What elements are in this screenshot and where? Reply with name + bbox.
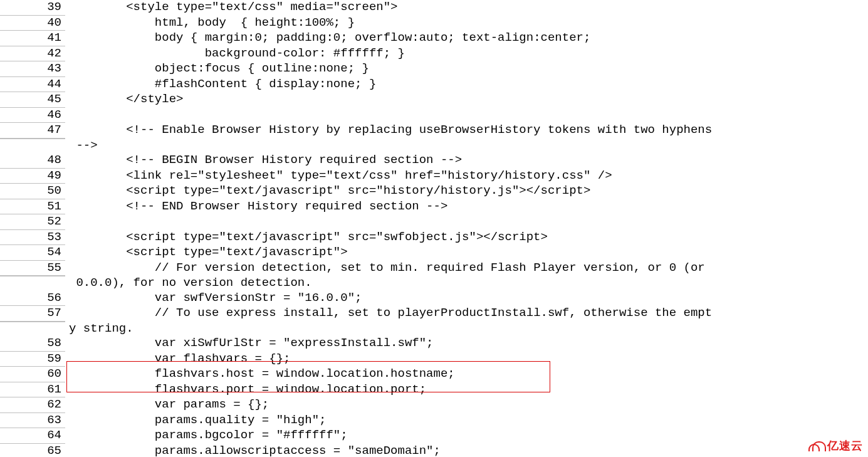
code-line[interactable]: 54 <script type="text/javascript"> xyxy=(0,245,868,261)
line-number: 39 xyxy=(0,0,65,16)
code-text[interactable]: params.bgcolor = "#ffffff"; xyxy=(65,428,868,443)
code-text[interactable]: params.quality = "high"; xyxy=(65,413,868,428)
code-line[interactable]: 63 params.quality = "high"; xyxy=(0,413,868,429)
code-editor[interactable]: 39 <style type="text/css" media="screen"… xyxy=(0,0,868,457)
code-line[interactable]: 62 var params = {}; xyxy=(0,397,868,413)
code-line[interactable]: 41 body { margin:0; padding:0; overflow:… xyxy=(0,31,868,46)
line-number-empty xyxy=(0,322,65,322)
line-number: 54 xyxy=(0,245,65,261)
cloud-icon xyxy=(808,440,825,451)
code-line[interactable]: 61 flashvars.port = window.location.port… xyxy=(0,382,868,398)
line-number: 62 xyxy=(0,397,65,413)
code-line[interactable]: 50 <script type="text/javascript" src="h… xyxy=(0,184,868,199)
code-line-wrap[interactable]: y string. xyxy=(0,322,868,337)
code-line-wrap[interactable]: 0.0.0), for no version detection. xyxy=(0,276,868,291)
line-number: 47 xyxy=(0,123,65,139)
code-line[interactable]: 51 <!-- END Browser History required sec… xyxy=(0,199,868,215)
code-text[interactable]: <!-- Enable Browser History by replacing… xyxy=(65,123,868,138)
line-number: 64 xyxy=(0,428,65,444)
line-number: 53 xyxy=(0,230,65,246)
line-number: 48 xyxy=(0,153,65,169)
line-number: 61 xyxy=(0,382,65,398)
line-number-empty xyxy=(0,276,65,276)
code-text[interactable]: var flashvars = {}; xyxy=(65,352,868,367)
code-text[interactable]: params.allowscriptaccess = "sameDomain"; xyxy=(65,444,868,458)
code-text[interactable]: object:focus { outline:none; } xyxy=(65,61,868,76)
code-text[interactable]: #flashContent { display:none; } xyxy=(65,77,868,92)
code-text-wrap[interactable]: y string. xyxy=(65,322,868,337)
line-number: 63 xyxy=(0,413,65,429)
code-line[interactable]: 57 // To use express install, set to pla… xyxy=(0,306,868,322)
code-text[interactable]: </style> xyxy=(65,92,868,107)
code-line[interactable]: 60 flashvars.host = window.location.host… xyxy=(0,367,868,382)
code-text-wrap[interactable]: 0.0.0), for no version detection. xyxy=(65,276,868,291)
code-line[interactable]: 59 var flashvars = {}; xyxy=(0,352,868,367)
code-text[interactable]: background-color: #ffffff; } xyxy=(65,46,868,61)
code-line[interactable]: 42 background-color: #ffffff; } xyxy=(0,46,868,62)
code-text[interactable]: var swfVersionStr = "16.0.0"; xyxy=(65,291,868,306)
line-number: 50 xyxy=(0,184,65,199)
line-number: 57 xyxy=(0,306,65,322)
code-text[interactable]: // For version detection, set to min. re… xyxy=(65,261,868,276)
code-line[interactable]: 64 params.bgcolor = "#ffffff"; xyxy=(0,428,868,444)
line-number: 58 xyxy=(0,336,65,352)
code-line[interactable]: 48 <!-- BEGIN Browser History required s… xyxy=(0,153,868,169)
code-line[interactable]: 43 object:focus { outline:none; } xyxy=(0,61,868,77)
code-line[interactable]: 47 <!-- Enable Browser History by replac… xyxy=(0,123,868,139)
code-text[interactable]: // To use express install, set to player… xyxy=(65,306,868,321)
line-number: 51 xyxy=(0,199,65,215)
code-line[interactable]: 52 xyxy=(0,214,868,230)
code-text[interactable]: <!-- BEGIN Browser History required sect… xyxy=(65,153,868,168)
line-number: 59 xyxy=(0,352,65,367)
code-line[interactable]: 65 params.allowscriptaccess = "sameDomai… xyxy=(0,444,868,458)
code-text[interactable]: <style type="text/css" media="screen"> xyxy=(65,0,868,15)
code-line[interactable]: 46 xyxy=(0,108,868,123)
code-text[interactable]: <!-- END Browser History required sectio… xyxy=(65,199,868,214)
line-number: 65 xyxy=(0,444,65,458)
code-line-wrap[interactable]: --> xyxy=(0,139,868,154)
code-line[interactable]: 58 var xiSwfUrlStr = "expressInstall.swf… xyxy=(0,336,868,352)
code-text[interactable]: <link rel="stylesheet" type="text/css" h… xyxy=(65,169,868,184)
code-line[interactable]: 55 // For version detection, set to min.… xyxy=(0,261,868,276)
code-line[interactable]: 44 #flashContent { display:none; } xyxy=(0,77,868,93)
line-number: 45 xyxy=(0,92,65,108)
line-number-empty xyxy=(0,139,65,139)
logo-text: 亿速云 xyxy=(827,439,863,454)
code-text-wrap[interactable]: --> xyxy=(65,139,868,154)
line-number: 42 xyxy=(0,46,65,62)
line-number: 41 xyxy=(0,31,65,46)
line-number: 46 xyxy=(0,108,65,123)
line-number: 52 xyxy=(0,214,65,230)
line-number: 60 xyxy=(0,367,65,382)
code-text[interactable]: body { margin:0; padding:0; overflow:aut… xyxy=(65,31,868,46)
code-text[interactable]: <script type="text/javascript"> xyxy=(65,245,868,260)
code-line[interactable]: 53 <script type="text/javascript" src="s… xyxy=(0,230,868,246)
line-number: 40 xyxy=(0,16,65,31)
code-text[interactable]: var xiSwfUrlStr = "expressInstall.swf"; xyxy=(65,336,868,351)
code-line[interactable]: 40 html, body { height:100%; } xyxy=(0,16,868,31)
line-number: 55 xyxy=(0,261,65,276)
code-line[interactable]: 56 var swfVersionStr = "16.0.0"; xyxy=(0,291,868,307)
line-number: 49 xyxy=(0,169,65,184)
line-number: 43 xyxy=(0,61,65,77)
code-line[interactable]: 49 <link rel="stylesheet" type="text/css… xyxy=(0,169,868,184)
code-text[interactable]: flashvars.host = window.location.hostnam… xyxy=(65,367,868,382)
code-line[interactable]: 45 </style> xyxy=(0,92,868,108)
code-text[interactable]: <script type="text/javascript" src="hist… xyxy=(65,184,868,199)
code-text[interactable]: <script type="text/javascript" src="swfo… xyxy=(65,230,868,245)
line-number: 56 xyxy=(0,291,65,307)
watermark-logo: 亿速云 xyxy=(808,439,863,454)
code-text[interactable]: html, body { height:100%; } xyxy=(65,16,868,31)
code-text[interactable]: var params = {}; xyxy=(65,397,868,412)
code-text[interactable]: flashvars.port = window.location.port; xyxy=(65,382,868,397)
code-line[interactable]: 39 <style type="text/css" media="screen"… xyxy=(0,0,868,16)
line-number: 44 xyxy=(0,77,65,93)
